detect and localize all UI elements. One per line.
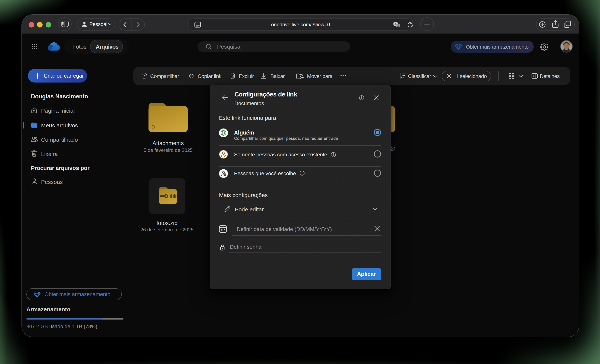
svg-text:文: 文 — [397, 24, 400, 27]
svg-text:0: 0 — [151, 124, 155, 131]
